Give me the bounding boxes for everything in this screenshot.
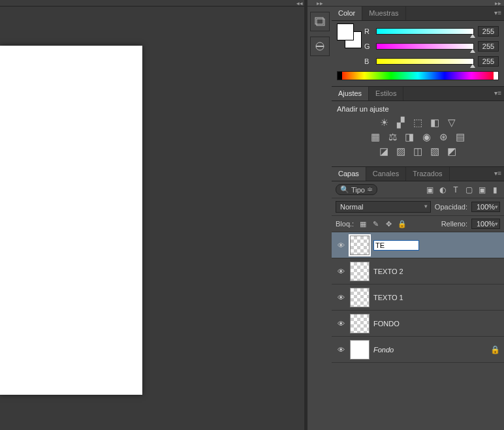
layer-filter-toolbar: 🔍 Tipo ≑ ▣ ◐ T ▢ ▣ ▮ bbox=[332, 181, 504, 198]
lock-all-icon[interactable]: 🔒 bbox=[397, 219, 407, 229]
layer-name: Fondo bbox=[373, 346, 486, 354]
blend-mode-row: Normal Opacidad: 100% bbox=[332, 198, 504, 216]
layer-thumbnail[interactable] bbox=[350, 314, 370, 333]
color-spectrum[interactable] bbox=[337, 71, 499, 80]
slider-thumb-icon[interactable] bbox=[470, 49, 475, 53]
canvas-top-bar: ◂◂ bbox=[0, 0, 304, 7]
svg-rect-3 bbox=[316, 46, 324, 47]
visibility-toggle[interactable]: 👁 bbox=[336, 268, 346, 275]
tab-styles[interactable]: Estilos bbox=[369, 87, 403, 100]
filter-kind-label: Tipo bbox=[351, 186, 365, 194]
add-adjustment-label: Añadir un ajuste bbox=[337, 105, 499, 113]
properties-icon bbox=[314, 40, 326, 52]
color-swatch-stack[interactable] bbox=[337, 23, 362, 48]
layers-list: 👁 👁 TEXTO 2 👁 TEXTO 1 👁 FONDO 👁 bbox=[332, 232, 504, 363]
collapse-icon[interactable]: ▸▸ bbox=[307, 0, 332, 7]
color-lookup-icon[interactable]: ▤ bbox=[454, 131, 467, 143]
gradient-map-icon[interactable]: ▧ bbox=[428, 146, 441, 157]
selective-color-icon[interactable]: ◩ bbox=[445, 146, 458, 157]
tab-paths[interactable]: Trazados bbox=[406, 167, 449, 181]
filter-type-icon[interactable]: T bbox=[450, 185, 461, 195]
layers-panel: 🔍 Tipo ≑ ▣ ◐ T ▢ ▣ ▮ Normal Opacidad: 10… bbox=[332, 181, 504, 363]
lock-icon: 🔒 bbox=[490, 345, 500, 354]
panel-menu-icon[interactable]: ▾≡ bbox=[494, 89, 501, 97]
panel-menu-icon[interactable]: ▾≡ bbox=[494, 170, 501, 177]
layer-name: FONDO bbox=[373, 320, 500, 328]
slider-thumb-icon[interactable] bbox=[470, 34, 475, 38]
document-canvas[interactable] bbox=[0, 46, 142, 395]
filter-adjust-icon[interactable]: ◐ bbox=[437, 185, 448, 195]
tab-layers[interactable]: Capas bbox=[332, 167, 366, 181]
layer-thumbnail[interactable] bbox=[350, 340, 370, 360]
collapse-icon[interactable]: ◂◂ bbox=[296, 0, 303, 7]
adjust-panel-tabs: Ajustes Estilos ▾≡ bbox=[332, 87, 504, 101]
layer-item[interactable]: 👁 Fondo 🔒 bbox=[332, 337, 504, 363]
layer-name: TEXTO 2 bbox=[373, 268, 500, 275]
layer-item[interactable]: 👁 FONDO bbox=[332, 311, 504, 337]
filter-kind-select[interactable]: 🔍 Tipo ≑ bbox=[336, 184, 377, 195]
vibrance-icon[interactable]: ▽ bbox=[445, 117, 458, 129]
layer-thumbnail[interactable] bbox=[350, 236, 370, 255]
lock-pixels-icon[interactable]: ✎ bbox=[371, 219, 381, 229]
g-label: G bbox=[364, 42, 372, 50]
tab-channels[interactable]: Canales bbox=[366, 167, 406, 181]
lock-position-icon[interactable]: ✥ bbox=[384, 219, 394, 229]
threshold-icon[interactable]: ◫ bbox=[411, 146, 424, 157]
layer-item[interactable]: 👁 TEXTO 1 bbox=[332, 284, 504, 311]
tab-color[interactable]: Color bbox=[332, 7, 362, 20]
r-value[interactable]: 255 bbox=[478, 26, 499, 37]
visibility-toggle[interactable]: 👁 bbox=[336, 241, 346, 249]
filter-pixel-icon[interactable]: ▣ bbox=[424, 185, 435, 195]
slider-thumb-icon[interactable] bbox=[470, 64, 475, 68]
tab-adjustments[interactable]: Ajustes bbox=[332, 87, 369, 100]
visibility-toggle[interactable]: 👁 bbox=[336, 320, 346, 328]
color-panel-tabs: Color Muestras ▾≡ bbox=[332, 7, 504, 21]
r-slider[interactable] bbox=[376, 28, 474, 35]
visibility-toggle[interactable]: 👁 bbox=[336, 346, 346, 354]
b-label: B bbox=[364, 57, 372, 65]
opacity-value[interactable]: 100% bbox=[471, 202, 500, 212]
opacity-label: Opacidad: bbox=[435, 203, 467, 211]
channel-mixer-icon[interactable]: ⊛ bbox=[437, 131, 450, 143]
layer-item[interactable]: 👁 bbox=[332, 232, 504, 258]
hue-icon[interactable]: ▦ bbox=[369, 131, 382, 143]
layer-thumbnail[interactable] bbox=[350, 288, 370, 307]
chevron-icon: ≑ bbox=[367, 185, 373, 194]
rgb-sliders: R 255 G 255 B 255 bbox=[364, 26, 499, 67]
properties-panel-button[interactable] bbox=[310, 37, 330, 56]
invert-icon[interactable]: ◪ bbox=[377, 146, 390, 157]
color-balance-icon[interactable]: ⚖ bbox=[386, 131, 399, 143]
levels-icon[interactable]: ▞ bbox=[394, 117, 407, 129]
panel-menu-icon[interactable]: ▾≡ bbox=[494, 9, 501, 16]
blend-mode-select[interactable]: Normal bbox=[336, 201, 431, 213]
visibility-toggle[interactable]: 👁 bbox=[336, 294, 346, 301]
curves-icon[interactable]: ⬚ bbox=[411, 117, 424, 129]
b-value[interactable]: 255 bbox=[478, 56, 499, 67]
g-slider[interactable] bbox=[376, 43, 474, 50]
filter-smart-icon[interactable]: ▣ bbox=[477, 185, 487, 195]
bw-icon[interactable]: ◨ bbox=[403, 131, 416, 143]
lock-transparent-icon[interactable]: ▦ bbox=[358, 219, 368, 229]
layer-item[interactable]: 👁 TEXTO 2 bbox=[332, 258, 504, 284]
layers-panel-tabs: Capas Canales Trazados ▾≡ bbox=[332, 167, 504, 181]
layer-name-input[interactable] bbox=[373, 240, 419, 251]
tab-swatches[interactable]: Muestras bbox=[362, 7, 405, 20]
r-label: R bbox=[364, 27, 372, 35]
collapse-icon[interactable]: ▸▸ bbox=[332, 0, 504, 7]
g-value[interactable]: 255 bbox=[478, 41, 499, 52]
layer-name: TEXTO 1 bbox=[373, 294, 500, 301]
b-slider[interactable] bbox=[376, 58, 474, 65]
filter-shape-icon[interactable]: ▢ bbox=[464, 185, 474, 195]
canvas-area: ◂◂ bbox=[0, 0, 304, 430]
fill-label: Relleno: bbox=[441, 220, 467, 228]
posterize-icon[interactable]: ▨ bbox=[394, 146, 407, 157]
foreground-swatch[interactable] bbox=[337, 23, 354, 40]
filter-toggle-icon[interactable]: ▮ bbox=[490, 185, 500, 195]
brightness-icon[interactable]: ☀ bbox=[377, 117, 390, 129]
layer-thumbnail[interactable] bbox=[350, 262, 370, 281]
exposure-icon[interactable]: ◧ bbox=[428, 117, 441, 129]
photo-filter-icon[interactable]: ◉ bbox=[420, 131, 433, 143]
history-panel-button[interactable] bbox=[310, 12, 330, 31]
fill-value[interactable]: 100% bbox=[471, 219, 500, 229]
lock-label: Bloq.: bbox=[336, 220, 354, 228]
